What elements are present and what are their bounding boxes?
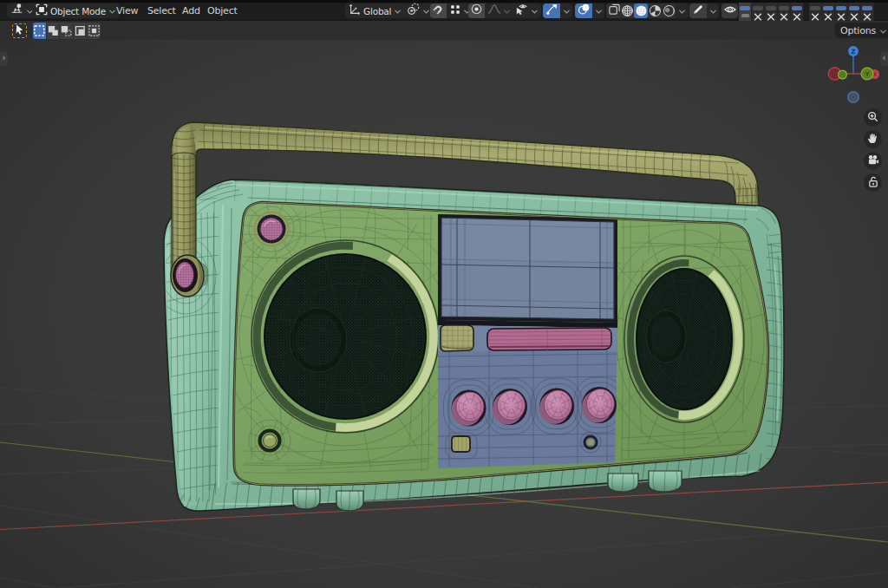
chevron-down-icon <box>531 3 539 19</box>
gizmo-axis-z-neg <box>848 92 859 103</box>
proportional-editing-toggle[interactable] <box>468 3 485 18</box>
snap-toggle-button[interactable] <box>430 3 447 18</box>
toolbar-tab[interactable]: › <box>0 52 8 66</box>
x-icon <box>850 13 859 21</box>
header-toggle-button[interactable] <box>809 3 822 21</box>
navigation-gizmo[interactable]: X Y Z <box>815 39 888 108</box>
falloff-curve-icon <box>487 3 501 19</box>
viewport-canvas[interactable] <box>0 0 888 588</box>
select-mode-invert[interactable] <box>74 23 88 39</box>
header-toggle-button[interactable] <box>822 3 835 21</box>
select-mode-extend[interactable] <box>47 23 61 39</box>
x-icon <box>863 13 872 21</box>
show-overlays-icon <box>578 3 591 19</box>
toggle-bar-icon <box>766 6 776 10</box>
options-dropdown[interactable]: Options <box>835 23 888 38</box>
toggle-bar-icon <box>792 6 802 10</box>
toggle-bar-icon <box>849 6 859 10</box>
pencil-icon <box>692 3 704 19</box>
header-toggle-cluster-1 <box>739 3 804 21</box>
visibility-eye-button[interactable] <box>722 3 738 18</box>
header-toggle-button[interactable] <box>791 3 804 21</box>
proportional-editing-icon <box>470 3 483 19</box>
x-icon <box>793 13 801 21</box>
camera-icon <box>867 153 879 169</box>
header-toggle-button[interactable] <box>861 3 874 21</box>
annotate-dropdown[interactable] <box>707 3 719 18</box>
hand-icon <box>867 131 878 147</box>
zoom-icon <box>867 109 878 126</box>
header-toggle-button[interactable] <box>778 3 791 21</box>
select-mode-group <box>33 23 101 39</box>
chevron-down-icon <box>394 3 402 19</box>
shading-material-button[interactable] <box>648 3 662 18</box>
object-type-visibility-dropdown[interactable] <box>512 3 541 18</box>
chevron-down-icon <box>678 3 686 19</box>
object-visibility-icon <box>514 3 528 19</box>
select-mode-intersect[interactable] <box>87 23 101 39</box>
mode-dropdown[interactable]: Object Mode <box>32 3 120 18</box>
select-mode-set[interactable] <box>33 23 47 39</box>
gizmo-dropdown[interactable] <box>560 3 572 18</box>
x-icon <box>824 13 832 21</box>
zoom-button[interactable] <box>864 108 882 127</box>
active-tool-select-button[interactable] <box>12 23 27 38</box>
orientation-label: Global <box>363 6 391 16</box>
gizmo-axis-y-neg <box>839 70 847 79</box>
show-overlays-toggle[interactable] <box>575 3 592 18</box>
header-toggle-button[interactable] <box>848 3 861 21</box>
select-mode-subtract[interactable] <box>60 23 74 39</box>
x-icon <box>811 13 819 21</box>
header-toggle-button[interactable] <box>765 3 778 21</box>
shading-rendered-button[interactable] <box>662 3 676 18</box>
x-icon <box>780 13 788 21</box>
bar-icon <box>741 14 749 17</box>
pivot-point-dropdown[interactable] <box>404 3 433 18</box>
gizmo-axis-z-pos: Z <box>848 46 859 56</box>
chevron-down-icon <box>563 3 571 19</box>
toggle-bar-icon <box>779 6 789 10</box>
chevron-down-icon <box>879 23 887 39</box>
svg-text:Z: Z <box>851 48 855 56</box>
toggle-bar-icon <box>810 6 820 10</box>
show-gizmo-toggle[interactable] <box>543 3 560 18</box>
menu-view[interactable]: View <box>111 3 143 18</box>
overlays-dropdown[interactable] <box>592 3 604 18</box>
camera-view-button[interactable] <box>864 152 882 170</box>
falloff-dropdown[interactable] <box>485 3 513 18</box>
header-toggle-button[interactable] <box>752 3 765 21</box>
annotate-tool-button[interactable] <box>689 3 707 18</box>
menu-add[interactable]: Add <box>177 3 206 18</box>
chevron-down-icon <box>503 3 511 19</box>
shading-group <box>620 3 689 18</box>
header-toggle-cluster-2 <box>809 3 874 21</box>
shading-wireframe-button[interactable] <box>620 3 634 18</box>
toggle-xray-icon <box>608 3 621 19</box>
cassette-window[interactable] <box>438 214 620 323</box>
toggle-bar-icon <box>753 6 763 10</box>
show-gizmo-icon <box>545 3 558 19</box>
sidebar-tab[interactable]: ‹ <box>880 52 888 66</box>
cursor-icon <box>14 23 25 39</box>
transform-orientation-icon <box>349 3 361 19</box>
toggle-bar-icon <box>836 6 846 10</box>
chevron-down-icon <box>422 3 430 19</box>
transform-orientation-dropdown[interactable]: Global <box>345 3 405 18</box>
shading-solid-button[interactable] <box>634 3 648 18</box>
tool-settings-row <box>0 20 888 40</box>
header-toggle-button[interactable] <box>835 3 848 21</box>
menu-select[interactable]: Select <box>142 3 181 18</box>
lock-view-button[interactable] <box>864 173 882 192</box>
x-icon <box>754 13 762 21</box>
chevron-down-icon <box>709 3 717 19</box>
pan-button[interactable] <box>864 130 882 148</box>
x-icon <box>837 13 846 21</box>
gizmo-axis-y-pos: Y <box>861 68 873 80</box>
viewport-header: Object Mode View Select Add Object Globa… <box>0 3 888 20</box>
header-toggle-button[interactable] <box>739 3 752 21</box>
menu-object[interactable]: Object <box>202 3 243 18</box>
shading-dropdown[interactable] <box>676 3 689 18</box>
editor-type-3d-viewport-icon <box>10 3 23 19</box>
lock-icon <box>868 174 878 191</box>
blender-window: Object Mode View Select Add Object Globa… <box>0 0 888 588</box>
